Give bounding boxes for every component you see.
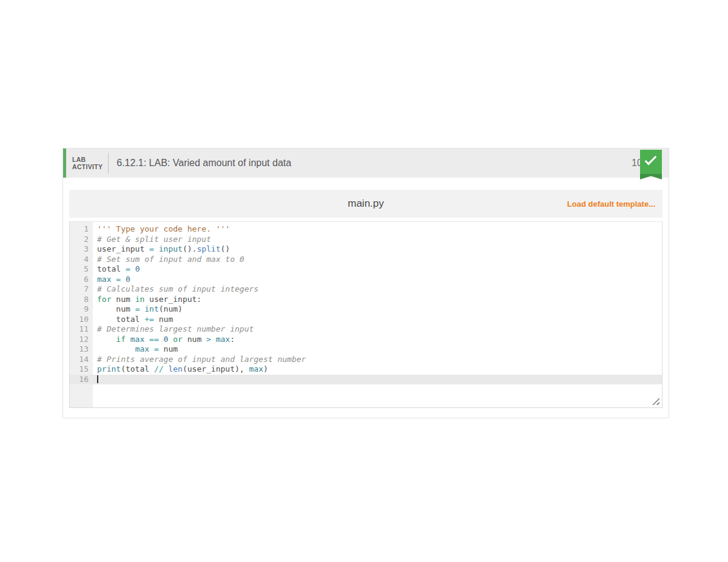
code-line: 5total = 0 <box>70 264 662 275</box>
file-bar: main.py Load default template... <box>69 190 662 218</box>
editor-panel: main.py Load default template... 1''' Ty… <box>69 190 662 408</box>
code-line: 14# Prints average of input and largest … <box>70 355 662 365</box>
line-number: 11 <box>70 324 93 335</box>
code-line: 4# Set sum of input and max to 0 <box>70 255 662 265</box>
page: LAB ACTIVITY 6.12.1: LAB: Varied amount … <box>0 0 728 562</box>
line-number: 13 <box>70 344 93 355</box>
completion-badge <box>640 150 662 174</box>
lab-activity-card: LAB ACTIVITY 6.12.1: LAB: Varied amount … <box>62 148 669 418</box>
line-number: 6 <box>70 275 93 285</box>
code-line: 7# Calculates sum of input integers <box>70 284 662 295</box>
code-line: 9 num = int(num) <box>70 304 662 315</box>
line-number: 10 <box>70 315 93 325</box>
line-number: 4 <box>70 255 93 265</box>
code-line: 12 if max == 0 or num > max: <box>70 335 662 345</box>
code-line: 10 total += num <box>70 315 662 325</box>
line-number: 16 <box>70 375 93 385</box>
activity-title: 6.12.1: LAB: Varied amount of input data <box>116 158 291 169</box>
line-number: 12 <box>70 335 93 345</box>
activity-type-line1: LAB <box>72 156 103 163</box>
line-number: 8 <box>70 295 93 305</box>
filename-label: main.py <box>348 198 384 210</box>
activity-type-line2: ACTIVITY <box>72 163 103 170</box>
code-line: 11# Determines largest number input <box>70 324 662 335</box>
code-line: 3user_input = input().split() <box>70 244 662 255</box>
resize-handle[interactable] <box>652 398 659 405</box>
code-rows: 1''' Type your code here. '''2# Get & sp… <box>70 222 662 384</box>
code-line: 15print(total // len(user_input), max) <box>70 364 662 375</box>
code-line: 8for num in user_input: <box>70 295 662 305</box>
line-number: 2 <box>70 235 93 245</box>
line-number: 3 <box>70 244 93 255</box>
load-default-template-link[interactable]: Load default template... <box>567 199 655 209</box>
line-number: 14 <box>70 355 93 365</box>
line-number: 1 <box>70 224 93 235</box>
activity-type-label: LAB ACTIVITY <box>72 156 103 170</box>
code-line: 2# Get & split user input <box>70 235 662 245</box>
header-divider <box>108 153 109 173</box>
code-editor[interactable]: 1''' Type your code here. '''2# Get & sp… <box>69 221 662 408</box>
code-line: 13 max = num <box>70 344 662 355</box>
code-line: 1''' Type your code here. ''' <box>70 224 662 235</box>
line-number: 15 <box>70 364 93 375</box>
code-line: 6max = 0 <box>70 275 662 285</box>
text-cursor <box>97 375 98 383</box>
activity-header: LAB ACTIVITY 6.12.1: LAB: Varied amount … <box>63 149 669 178</box>
check-icon <box>645 153 657 166</box>
line-number: 9 <box>70 304 93 315</box>
line-number: 7 <box>70 284 93 295</box>
line-number: 5 <box>70 264 93 275</box>
code-line: 16 <box>70 375 662 385</box>
activity-accent-stripe <box>63 149 66 178</box>
